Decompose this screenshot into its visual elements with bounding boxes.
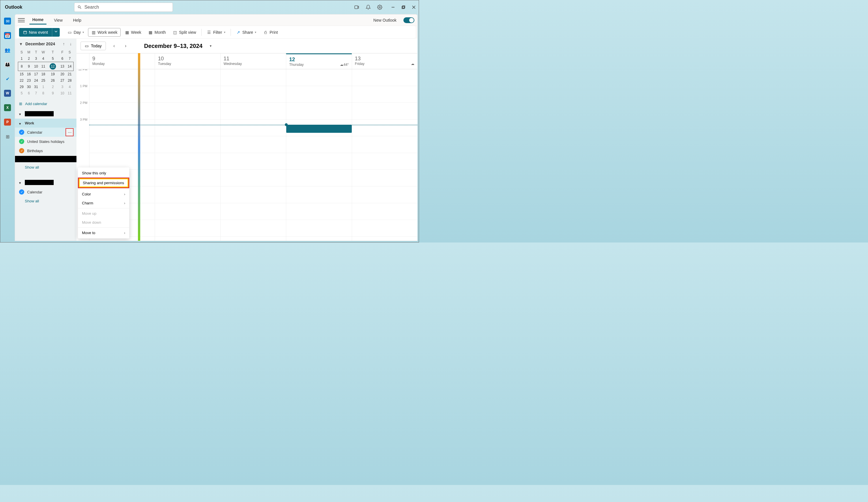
- calendar-item-calendar[interactable]: ✓ Calendar ⋯: [15, 127, 76, 137]
- calendar-group-other[interactable]: ▾: [15, 177, 76, 187]
- mini-calendar-day[interactable]: 28: [66, 78, 74, 84]
- notifications-icon[interactable]: [365, 4, 371, 10]
- settings-icon[interactable]: [377, 4, 382, 10]
- week-view-button[interactable]: ▦Week: [122, 28, 144, 37]
- mini-calendar-day[interactable]: 21: [66, 71, 74, 78]
- month-label[interactable]: December 2024: [25, 42, 59, 46]
- date-picker-chevron[interactable]: ▾: [207, 42, 214, 49]
- ctx-color[interactable]: Color›: [78, 189, 129, 198]
- mini-calendar[interactable]: SMTWTFS123456789101112131415161718192021…: [15, 49, 76, 99]
- ctx-charm[interactable]: Charm›: [78, 198, 129, 207]
- month-view-button[interactable]: ▦Month: [145, 28, 169, 37]
- split-view-button[interactable]: ◫Split view: [170, 28, 199, 37]
- calendar-item-birthdays[interactable]: ✓ Birthdays: [15, 146, 76, 155]
- mini-calendar-day[interactable]: 25: [40, 78, 47, 84]
- mini-calendar-day[interactable]: 8: [40, 90, 47, 96]
- calendar-item-calendar2[interactable]: ✓ Calendar: [15, 187, 76, 197]
- ctx-show-this-only[interactable]: Show this only: [78, 168, 129, 177]
- mini-calendar-day[interactable]: 3: [59, 84, 66, 90]
- mini-calendar-day[interactable]: 7: [66, 55, 74, 62]
- close-button[interactable]: [412, 5, 416, 9]
- mini-calendar-day[interactable]: 9: [25, 62, 32, 71]
- word-icon[interactable]: W: [4, 90, 11, 97]
- day-header[interactable]: 11Wednesday: [220, 53, 286, 69]
- day-view-button[interactable]: ▭Day▾: [64, 28, 87, 37]
- prev-month-button[interactable]: ↑: [61, 42, 66, 46]
- meet-now-icon[interactable]: [354, 4, 359, 10]
- work-week-view-button[interactable]: ▥Work week: [88, 28, 121, 37]
- mini-calendar-day[interactable]: 30: [25, 84, 32, 90]
- todo-icon[interactable]: ✔: [4, 75, 11, 82]
- new-event-button[interactable]: New event: [19, 28, 52, 37]
- today-button[interactable]: ▭ Today: [81, 42, 106, 50]
- add-calendar-button[interactable]: ⊞ Add calendar: [15, 99, 76, 109]
- mini-calendar-day[interactable]: 17: [32, 71, 40, 78]
- mini-calendar-day[interactable]: 22: [18, 78, 25, 84]
- day-column[interactable]: [286, 69, 351, 241]
- mini-calendar-day[interactable]: 1: [40, 84, 47, 90]
- mini-calendar-day[interactable]: 12: [47, 62, 59, 71]
- people-icon[interactable]: 👥: [4, 47, 11, 53]
- mini-calendar-day[interactable]: 13: [59, 62, 66, 71]
- day-header[interactable]: 10Tuesday: [155, 53, 220, 69]
- share-button[interactable]: ↗Share▾: [233, 28, 259, 37]
- more-options-button[interactable]: ⋯: [65, 128, 74, 136]
- tab-view[interactable]: View: [51, 16, 65, 24]
- day-header[interactable]: 13Friday☁: [352, 53, 417, 69]
- mini-calendar-day[interactable]: 3: [32, 55, 40, 62]
- calendar-icon[interactable]: 📅: [4, 32, 11, 39]
- calendar-group-account[interactable]: ▾: [15, 109, 76, 119]
- ctx-sharing-permissions[interactable]: Sharing and permissions: [78, 177, 129, 188]
- mini-calendar-day[interactable]: 19: [47, 71, 59, 78]
- excel-icon[interactable]: X: [4, 104, 11, 111]
- show-all-link-2[interactable]: Show all: [15, 197, 76, 206]
- mini-calendar-day[interactable]: 14: [66, 62, 74, 71]
- mini-calendar-day[interactable]: 26: [47, 78, 59, 84]
- mini-calendar-day[interactable]: 18: [40, 71, 47, 78]
- mini-calendar-day[interactable]: 6: [59, 55, 66, 62]
- mini-calendar-day[interactable]: 2: [25, 55, 32, 62]
- calendar-group-work[interactable]: ▾ Work: [15, 119, 76, 127]
- mini-calendar-day[interactable]: 9: [47, 90, 59, 96]
- mini-calendar-day[interactable]: 4: [40, 55, 47, 62]
- show-all-link[interactable]: Show all: [15, 163, 76, 172]
- tab-help[interactable]: Help: [70, 16, 84, 24]
- next-week-button[interactable]: ›: [122, 42, 129, 49]
- mini-calendar-day[interactable]: 20: [59, 71, 66, 78]
- maximize-button[interactable]: [401, 5, 405, 9]
- search-input[interactable]: Search: [74, 3, 173, 12]
- day-header[interactable]: 9Monday: [89, 53, 155, 69]
- new-outlook-toggle[interactable]: [403, 17, 414, 23]
- prev-week-button[interactable]: ‹: [111, 42, 117, 49]
- more-apps-icon[interactable]: ⊞: [4, 133, 11, 140]
- mini-calendar-day[interactable]: 24: [32, 78, 40, 84]
- day-column[interactable]: [220, 69, 286, 241]
- mini-calendar-day[interactable]: 10: [32, 62, 40, 71]
- mini-calendar-day[interactable]: 2: [47, 84, 59, 90]
- mini-calendar-day[interactable]: 23: [25, 78, 32, 84]
- mini-calendar-day[interactable]: 7: [32, 90, 40, 96]
- calendar-event[interactable]: [286, 125, 351, 133]
- mail-icon[interactable]: ✉: [4, 18, 11, 24]
- mini-calendar-day[interactable]: 5: [47, 55, 59, 62]
- mini-calendar-day[interactable]: 15: [18, 71, 25, 78]
- mini-calendar-day[interactable]: 16: [25, 71, 32, 78]
- groups-icon[interactable]: 👪: [4, 61, 11, 68]
- powerpoint-icon[interactable]: P: [4, 119, 11, 125]
- day-column[interactable]: [155, 69, 220, 241]
- tab-home[interactable]: Home: [29, 16, 46, 24]
- mini-calendar-day[interactable]: 6: [25, 90, 32, 96]
- mini-calendar-day[interactable]: 11: [40, 62, 47, 71]
- mini-calendar-day[interactable]: 10: [59, 90, 66, 96]
- filter-button[interactable]: ☰Filter▾: [204, 28, 228, 37]
- mini-calendar-day[interactable]: 11: [66, 90, 74, 96]
- mini-calendar-day[interactable]: 4: [66, 84, 74, 90]
- day-header[interactable]: 12Thursday☁44°: [286, 53, 351, 69]
- mini-calendar-day[interactable]: 1: [18, 55, 25, 62]
- ctx-move-to[interactable]: Move to›: [78, 228, 129, 237]
- mini-calendar-day[interactable]: 27: [59, 78, 66, 84]
- day-column[interactable]: [352, 69, 417, 241]
- hamburger-icon[interactable]: [18, 17, 25, 24]
- calendar-item-holidays[interactable]: ✓ United States holidays: [15, 137, 76, 146]
- print-button[interactable]: ⎙Print: [260, 28, 281, 37]
